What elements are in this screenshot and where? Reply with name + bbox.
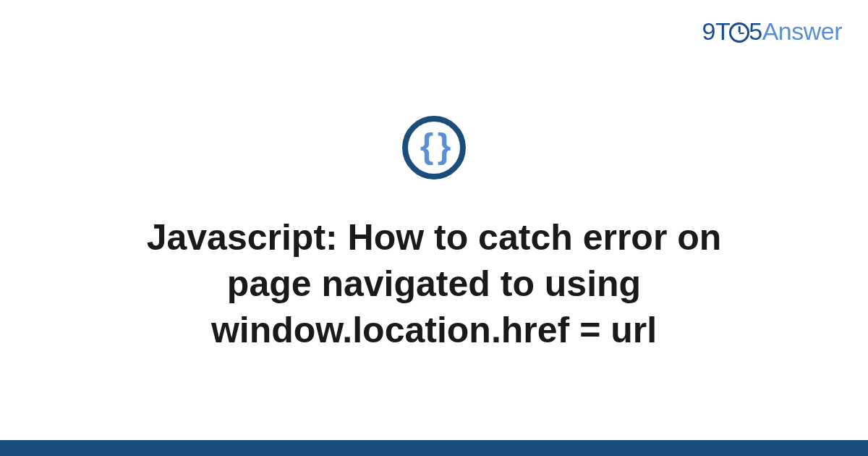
footer-accent-bar [0, 440, 868, 456]
topic-circle-icon: { } [402, 116, 466, 180]
question-title: Javascript: How to catch error on page n… [80, 214, 788, 353]
main-content: { } Javascript: How to catch error on pa… [0, 0, 868, 440]
code-braces-icon: { } [420, 129, 448, 164]
